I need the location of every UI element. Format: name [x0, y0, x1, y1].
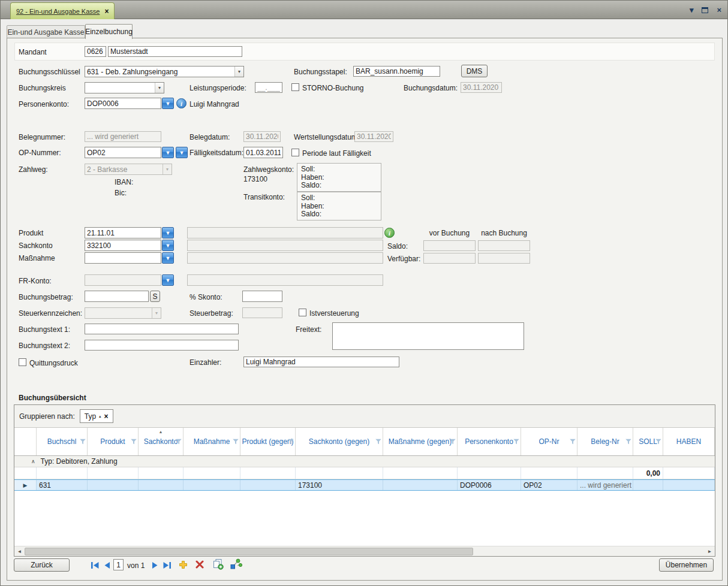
cell-sachkonto-gegen[interactable]: 173100 — [296, 480, 383, 490]
group-chip-typ[interactable]: Typ ▴ × — [80, 409, 113, 423]
tab-ein-und-ausgabe-kasse[interactable]: Ein-und Ausgabe Kasse — [7, 25, 85, 38]
soll-haben-toggle-button[interactable]: S — [150, 291, 160, 302]
delete-row-button[interactable] — [194, 559, 205, 570]
buchungsstapel-field[interactable]: BAR_susann.hoemig — [353, 66, 440, 77]
sachkonto-field[interactable]: 332100 — [85, 240, 161, 251]
buchungskreis-combobox[interactable]: ▾ — [85, 82, 164, 93]
produkt-lookup-button[interactable]: ▼ — [162, 227, 174, 238]
freitext-textarea[interactable] — [332, 322, 524, 350]
filter-icon[interactable] — [233, 439, 239, 445]
column-header-massnahme-gegen[interactable]: Maßnahme (gegen) — [383, 428, 458, 455]
dock-window-icon[interactable] — [702, 7, 708, 13]
einzahler-field[interactable]: Luigi Mahngrad — [243, 357, 399, 367]
cell-sachkonto[interactable] — [139, 480, 183, 490]
dms-button[interactable]: DMS — [461, 65, 488, 77]
faelligkeitsdatum-field[interactable]: 01.03.2011 — [243, 147, 283, 158]
filter-icon[interactable] — [375, 439, 381, 445]
page-number-field[interactable]: 1 — [113, 559, 124, 570]
scrollbar-thumb[interactable] — [25, 548, 473, 555]
column-header-haben[interactable]: HABEN — [663, 428, 715, 455]
horizontal-scrollbar[interactable]: ◄ ► — [14, 546, 715, 556]
skonto-field[interactable] — [242, 291, 282, 302]
add-row-button[interactable] — [178, 559, 188, 570]
filter-icon[interactable] — [288, 439, 294, 445]
tab-einzelbuchung[interactable]: Einzelbuchung — [85, 24, 133, 39]
first-page-button[interactable] — [89, 560, 100, 570]
buchungstext2-field[interactable] — [85, 340, 239, 351]
buchungsschluessel-combobox[interactable]: 631 - Deb. Zahlungseingang ▾ — [85, 66, 244, 77]
close-tab-icon[interactable]: × — [104, 7, 109, 16]
periode-checkbox[interactable] — [291, 149, 299, 156]
cell-buchschl[interactable]: 631 — [37, 480, 88, 490]
sachkonto-lookup-button[interactable]: ▼ — [162, 240, 174, 251]
cell-op-nr[interactable]: OP02 — [521, 480, 577, 490]
op-nummer-lookup-button[interactable]: ▼ — [162, 147, 174, 158]
storno-checkbox[interactable] — [291, 83, 299, 91]
last-page-button[interactable] — [161, 560, 172, 570]
column-header-personenkonto[interactable]: Personenkonto — [458, 428, 521, 455]
fr-konto-lookup-button[interactable]: ▼ — [162, 274, 174, 286]
zurueck-button[interactable]: Zurück — [14, 558, 70, 572]
column-header-beleg-nr[interactable]: Beleg-Nr — [577, 428, 633, 455]
filter-icon[interactable] — [570, 439, 576, 445]
massnahme-field[interactable] — [85, 252, 161, 264]
column-header-buchschl[interactable]: Buchschl — [37, 428, 88, 455]
buchungstext1-field[interactable] — [85, 324, 239, 334]
scroll-right-icon[interactable]: ► — [705, 546, 715, 557]
chevron-down-icon[interactable]: ▾ — [690, 5, 694, 14]
quittungsdruck-checkbox[interactable] — [19, 358, 26, 366]
cell-personenkonto[interactable]: DOP0006 — [458, 480, 521, 490]
filter-icon[interactable] — [131, 439, 137, 445]
cell-haben[interactable] — [663, 480, 715, 490]
produkt-field[interactable]: 21.11.01 — [85, 227, 161, 238]
cell-produkt-gegen[interactable] — [240, 480, 296, 490]
column-header-sachkonto[interactable]: ▲Sachkonto — [139, 428, 183, 455]
mandant-code-field[interactable]: 0626 — [85, 46, 106, 57]
document-tab-title[interactable]: 92 - Ein-und Ausgabe Kasse — [16, 8, 100, 15]
collapse-group-icon[interactable]: ∧ — [31, 458, 35, 464]
copy-booking-button[interactable] — [212, 558, 224, 570]
group-row[interactable]: ∧ Typ: Debitoren, Zahlung — [14, 456, 715, 467]
previous-page-button[interactable] — [101, 560, 112, 570]
scroll-left-icon[interactable]: ◄ — [14, 546, 25, 557]
relations-button[interactable] — [229, 558, 242, 570]
combo-arrow-icon[interactable]: ▾ — [234, 67, 243, 77]
combo-arrow-icon[interactable]: ▾ — [155, 83, 164, 93]
istversteuerung-checkbox[interactable] — [299, 309, 306, 316]
column-header-op-nr[interactable]: OP-Nr — [521, 428, 577, 455]
filter-icon[interactable] — [80, 439, 86, 445]
document-tab[interactable]: 92 - Ein-und Ausgabe Kasse × — [10, 2, 115, 19]
leistungsperiode-field[interactable]: __.____ — [255, 82, 282, 93]
personenkonto-lookup-button[interactable]: ▼ — [162, 98, 174, 109]
column-header-soll[interactable]: SOLL — [633, 428, 663, 455]
op-nummer-lookup2-button[interactable]: ▼ — [176, 147, 188, 158]
column-header-sachkonto-gegen[interactable]: Sachkonto (gegen) — [296, 428, 383, 455]
remove-group-icon[interactable]: × — [104, 412, 109, 421]
down-arrow-icon: ▼ — [166, 101, 171, 107]
personenkonto-info-icon[interactable]: i — [176, 98, 186, 108]
op-nummer-field[interactable]: OP02 — [85, 147, 161, 158]
table-row-selected[interactable]: ▶ 631 173100 DOP0006 OP02 ... wird gener… — [14, 479, 715, 491]
column-header-massnahme[interactable]: Maßnahme — [183, 428, 240, 455]
column-header-produkt[interactable]: Produkt — [88, 428, 139, 455]
cell-soll[interactable] — [633, 480, 663, 490]
cell-produkt[interactable] — [88, 480, 139, 490]
filter-icon[interactable] — [450, 439, 456, 445]
produkt-info-icon[interactable]: i — [384, 228, 395, 238]
window-close-icon[interactable]: × — [717, 5, 721, 14]
personenkonto-field[interactable]: DOP0006 — [85, 98, 161, 109]
cell-beleg-nr[interactable]: ... wird generiert — [577, 480, 633, 490]
buchungsbetrag-field[interactable] — [85, 291, 149, 302]
filter-icon[interactable] — [513, 439, 519, 445]
column-header-produkt-gegen[interactable]: Produkt (gegen) — [240, 428, 296, 455]
uebernehmen-button[interactable]: Übernehmen — [659, 558, 714, 572]
next-page-button[interactable] — [149, 560, 160, 570]
massnahme-lookup-button[interactable]: ▼ — [162, 252, 174, 264]
group-by-bar[interactable]: Gruppieren nach: Typ ▴ × — [14, 405, 715, 428]
filter-icon[interactable] — [655, 439, 661, 445]
mandant-name-field[interactable]: Musterstadt — [108, 46, 242, 57]
cell-massnahme-gegen[interactable] — [383, 480, 458, 490]
filter-icon[interactable] — [625, 439, 631, 445]
filter-icon[interactable] — [176, 439, 182, 445]
cell-massnahme[interactable] — [183, 480, 240, 490]
